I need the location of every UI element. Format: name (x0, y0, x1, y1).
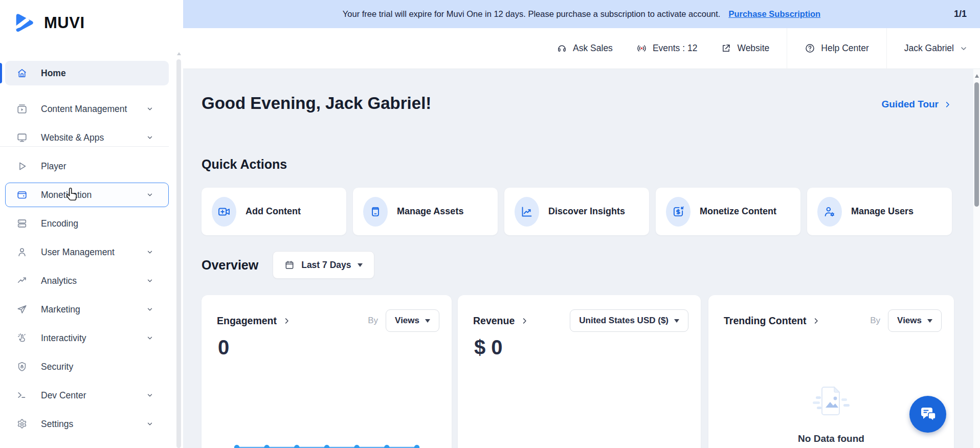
scroll-up-arrow-icon (975, 74, 979, 78)
terminal-icon (16, 390, 28, 401)
user-menu[interactable]: Jack Gabriel (904, 43, 968, 54)
chart-line-icon (520, 205, 533, 218)
shield-lock-icon (16, 361, 28, 372)
trending-card-link[interactable]: Trending Content (724, 315, 820, 327)
quick-action-label: Discover Insights (548, 206, 625, 217)
chevron-right-icon (521, 317, 528, 325)
live-broadcast-icon (636, 43, 647, 54)
sidebar-item-content-management[interactable]: Content Management (0, 95, 176, 123)
trending-filter-value: Views (897, 316, 922, 326)
sidebar-item-user-management[interactable]: User Management (0, 238, 176, 266)
sidebar-item-label: Security (41, 362, 73, 372)
trending-title: Trending Content (724, 315, 806, 327)
user-name: Jack Gabriel (904, 43, 954, 54)
page-scrollbar[interactable] (973, 69, 980, 448)
sidebar-item-monetization[interactable]: Monetization (0, 181, 176, 209)
page-scrollbar-thumb[interactable] (974, 82, 979, 207)
purchase-subscription-link[interactable]: Purchase Subscription (728, 9, 820, 19)
tap-hand-icon (16, 332, 28, 344)
chat-widget-button[interactable] (909, 396, 946, 433)
banner-pagination: 1/1 (954, 9, 967, 19)
ask-sales-label: Ask Sales (573, 43, 613, 54)
trending-filter-dropdown[interactable]: Views (888, 309, 942, 332)
help-circle-icon (805, 43, 815, 54)
overview-cards: Engagement By Views 0 (183, 295, 974, 448)
manage-users-card[interactable]: Manage Users (807, 188, 952, 235)
engagement-filter-value: Views (395, 316, 419, 326)
engagement-title: Engagement (217, 315, 277, 327)
discover-insights-card[interactable]: Discover Insights (504, 188, 649, 235)
asset-box-icon (369, 205, 382, 218)
events-button[interactable]: Events : 12 (636, 43, 698, 54)
engagement-card-link[interactable]: Engagement (217, 315, 291, 327)
sidebar-item-home[interactable]: Home (0, 59, 176, 87)
sidebar-item-marketing[interactable]: Marketing (0, 295, 176, 324)
guided-tour-link[interactable]: Guided Tour (881, 99, 951, 110)
sidebar-scrollbar-thumb[interactable] (176, 59, 181, 448)
user-gear-icon (823, 205, 836, 218)
sidebar-item-label: Content Management (41, 104, 127, 115)
sidebar: MUVI Home Content Management Website & A… (0, 0, 183, 448)
date-range-dropdown[interactable]: Last 7 Days (273, 251, 374, 279)
engagement-card: Engagement By Views 0 (202, 295, 452, 448)
overview-row: Overview Last 7 Days (202, 251, 374, 279)
chevron-down-icon (146, 334, 153, 342)
sidebar-item-interactivity[interactable]: Interactivity (0, 324, 176, 352)
website-label: Website (737, 43, 769, 54)
quick-action-label: Add Content (246, 206, 301, 217)
sidebar-item-label: Settings (41, 419, 73, 430)
sidebar-item-security[interactable]: Security (0, 352, 176, 381)
wallet-icon (16, 189, 28, 200)
website-button[interactable]: Website (721, 43, 769, 54)
headphones-icon (556, 43, 567, 54)
monetize-content-card[interactable]: Monetize Content (656, 188, 800, 235)
muvi-logo[interactable]: MUVI (14, 12, 85, 33)
sidebar-item-website-apps[interactable]: Website & Apps (0, 123, 176, 152)
overview-title: Overview (202, 258, 258, 273)
sidebar-item-label: Monetization (41, 190, 92, 200)
sidebar-item-label: Home (41, 68, 66, 79)
chevron-down-icon (960, 44, 968, 53)
add-content-card[interactable]: Add Content (202, 188, 346, 235)
sidebar-item-label: Encoding (41, 218, 78, 229)
quick-action-label: Monetize Content (700, 206, 776, 217)
header-divider (886, 28, 887, 69)
dropdown-caret-icon (425, 319, 430, 323)
by-label: By (368, 316, 378, 326)
sidebar-item-label: Website & Apps (41, 132, 104, 143)
sidebar-item-analytics[interactable]: Analytics (0, 266, 176, 295)
sidebar-item-label: User Management (41, 247, 115, 258)
chevron-right-icon (944, 101, 951, 108)
trend-up-icon (16, 275, 28, 286)
no-data-image-icon (810, 381, 853, 421)
engagement-filter-dropdown[interactable]: Views (386, 309, 439, 332)
help-center-label: Help Center (821, 43, 868, 54)
dropdown-caret-icon (358, 263, 363, 267)
ask-sales-button[interactable]: Ask Sales (556, 43, 613, 54)
sidebar-item-dev-center[interactable]: Dev Center (0, 381, 176, 410)
user-icon (16, 247, 28, 258)
chevron-down-icon (146, 420, 153, 428)
scroll-up-arrow-icon (177, 52, 181, 55)
sidebar-item-player[interactable]: Player (0, 152, 176, 181)
dropdown-caret-icon (927, 319, 932, 323)
currency-dropdown[interactable]: United States USD ($) (570, 309, 688, 332)
sidebar-item-encoding[interactable]: Encoding (0, 209, 176, 238)
guided-tour-label: Guided Tour (881, 99, 939, 110)
paper-plane-icon (16, 304, 28, 315)
revenue-card-link[interactable]: Revenue (473, 315, 528, 327)
help-center-button[interactable]: Help Center (805, 43, 868, 54)
gear-icon (16, 418, 28, 430)
events-label: Events : 12 (653, 43, 698, 54)
revenue-value: $ 0 (474, 336, 503, 359)
chevron-down-icon (146, 277, 153, 284)
sidebar-item-settings[interactable]: Settings (0, 410, 176, 438)
manage-assets-card[interactable]: Manage Assets (353, 188, 498, 235)
quick-actions-title: Quick Actions (202, 157, 287, 172)
revenue-title: Revenue (473, 315, 515, 327)
sidebar-scrollbar[interactable] (176, 49, 182, 448)
quick-action-label: Manage Assets (397, 206, 463, 217)
video-box-icon (16, 103, 28, 115)
monitor-icon (16, 132, 28, 143)
engagement-line-chart (232, 439, 421, 448)
